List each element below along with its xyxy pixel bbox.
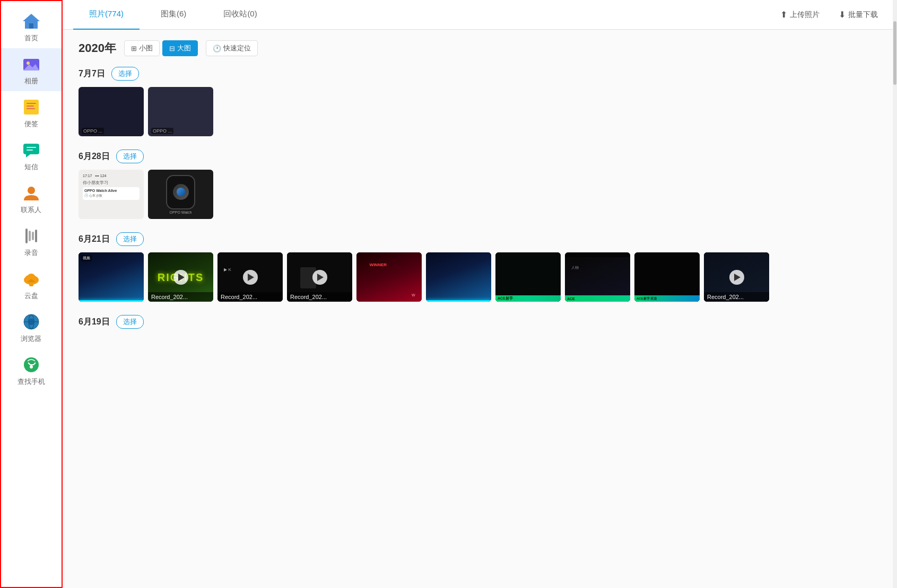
video-item[interactable]: RIGHTS Record_202...: [148, 252, 213, 302]
sidebar-item-browser[interactable]: 浏览器: [0, 306, 62, 349]
upload-icon: ⬆: [780, 10, 787, 20]
select-button-june28[interactable]: 选择: [116, 150, 144, 163]
video-item[interactable]: ACE射手: [495, 252, 561, 302]
photo-grid-june21: 视频 RIGHTS Record_202... ▶ K Record_202..…: [79, 252, 877, 302]
date-title-june19: 6月19日: [79, 317, 110, 328]
sidebar-item-contacts[interactable]: 联系人: [0, 177, 62, 220]
sidebar-item-cloud[interactable]: 云盘: [0, 263, 62, 306]
sidebar-item-sms[interactable]: 短信: [0, 134, 62, 177]
svg-rect-8: [27, 108, 35, 109]
svg-rect-7: [27, 106, 34, 107]
photo-item[interactable]: OPPO Watch: [148, 170, 213, 219]
svg-rect-9: [23, 144, 39, 154]
svg-point-31: [30, 365, 33, 368]
date-header-july7: 7月7日 选择: [79, 67, 877, 81]
select-button-june19[interactable]: 选择: [116, 315, 144, 329]
view-toggle: ⊞ 小图 ⊟ 大图: [124, 40, 198, 56]
recorder-icon: [22, 226, 41, 245]
video-item[interactable]: Record_202...: [287, 252, 352, 302]
sidebar-item-album[interactable]: 相册: [0, 48, 62, 91]
upload-button[interactable]: ⬆ 上传照片: [776, 7, 824, 22]
svg-rect-6: [27, 103, 36, 104]
video-item[interactable]: 人物 ACE: [565, 252, 630, 302]
svg-rect-5: [24, 100, 39, 115]
photo-item[interactable]: OPPO ...: [79, 87, 144, 136]
tab-photos[interactable]: 照片(774): [73, 0, 140, 30]
content-area: 2020年 ⊞ 小图 ⊟ 大图 🕐 快速定位 7月7日 选择: [63, 30, 893, 588]
sidebar-item-contacts-label: 联系人: [21, 205, 41, 215]
scrollbar[interactable]: [893, 0, 897, 588]
video-item[interactable]: [426, 252, 491, 302]
main-panel: 照片(774) 图集(6) 回收站(0) ⬆ 上传照片 ⬇ 批量下载 2020年: [63, 0, 893, 588]
photo-item[interactable]: OPPO ...: [148, 87, 213, 136]
svg-rect-17: [35, 230, 37, 242]
sidebar-item-browser-label: 浏览器: [21, 334, 41, 344]
svg-rect-16: [32, 232, 34, 240]
tab-actions: ⬆ 上传照片 ⬇ 批量下载: [776, 7, 882, 22]
batch-download-button[interactable]: ⬇ 批量下载: [834, 7, 882, 22]
contacts-icon: [22, 183, 41, 203]
svg-rect-12: [27, 150, 33, 151]
tab-trash[interactable]: 回收站(0): [207, 0, 273, 30]
svg-rect-15: [29, 231, 31, 241]
photo-grid-july7: OPPO ... OPPO ...: [79, 87, 877, 136]
clock-icon: 🕐: [213, 45, 221, 52]
sidebar-item-home[interactable]: 首页: [0, 5, 62, 48]
year-title: 2020年: [79, 40, 116, 56]
section-july7: 7月7日 选择 OPPO ... OPPO ...: [79, 67, 877, 136]
video-item[interactable]: WINNER W: [356, 252, 422, 302]
date-header-june21: 6月21日 选择: [79, 232, 877, 246]
sidebar-item-home-label: 首页: [24, 33, 38, 43]
svg-rect-11: [27, 147, 36, 148]
video-item[interactable]: Record_202...: [704, 252, 769, 302]
date-header-june19: 6月19日 选择: [79, 315, 877, 329]
large-view-icon: ⊟: [169, 45, 175, 52]
svg-marker-10: [26, 154, 30, 157]
svg-rect-14: [25, 229, 28, 243]
large-view-button[interactable]: ⊟ 大图: [162, 40, 198, 56]
findphone-icon: [22, 355, 41, 374]
sidebar-item-recorder-label: 录音: [24, 248, 38, 258]
photo-grid-june28: 17:17 ▪▪▪ 124 你小朋友学习 OPPO Watch Alive 🕒 …: [79, 170, 877, 219]
sidebar-item-cloud-label: 云盘: [24, 291, 38, 301]
scrollbar-thumb[interactable]: [893, 21, 896, 85]
date-title-june21: 6月21日: [79, 234, 110, 245]
svg-rect-22: [29, 282, 33, 286]
notes-icon: [22, 98, 41, 117]
video-item[interactable]: ▶ K Record_202...: [217, 252, 283, 302]
date-title-july7: 7月7日: [79, 68, 105, 80]
sidebar-item-notes-label: 便签: [24, 119, 38, 129]
tab-bar: 照片(774) 图集(6) 回收站(0) ⬆ 上传照片 ⬇ 批量下载: [63, 0, 893, 30]
sidebar: 首页 相册 便签: [0, 0, 63, 588]
cloud-icon: [22, 269, 41, 288]
svg-point-13: [28, 187, 35, 194]
video-item[interactable]: ACE射手 至顶: [634, 252, 700, 302]
download-icon: ⬇: [839, 10, 846, 20]
small-view-button[interactable]: ⊞ 小图: [124, 40, 160, 56]
browser-icon: [22, 312, 41, 331]
quick-locate-button[interactable]: 🕐 快速定位: [206, 40, 258, 56]
sidebar-item-notes[interactable]: 便签: [0, 91, 62, 134]
tab-collections[interactable]: 图集(6): [145, 0, 202, 30]
section-june28: 6月28日 选择 17:17 ▪▪▪ 124 你小朋友学习 OPPO Watch…: [79, 150, 877, 219]
date-header-june28: 6月28日 选择: [79, 150, 877, 163]
sidebar-item-findphone-label: 查找手机: [18, 377, 45, 387]
section-june21: 6月21日 选择 视频 RIGHTS Record_202...: [79, 232, 877, 302]
sidebar-item-sms-label: 短信: [24, 162, 38, 172]
svg-rect-1: [29, 23, 33, 29]
select-button-june21[interactable]: 选择: [116, 232, 144, 246]
year-header: 2020年 ⊞ 小图 ⊟ 大图 🕐 快速定位: [79, 40, 877, 56]
date-title-june28: 6月28日: [79, 151, 110, 162]
sidebar-item-recorder[interactable]: 录音: [0, 220, 62, 263]
album-icon: [22, 55, 41, 74]
sidebar-item-findphone[interactable]: 查找手机: [0, 349, 62, 392]
sidebar-item-album-label: 相册: [24, 76, 38, 86]
video-item[interactable]: 视频: [79, 252, 144, 302]
small-view-icon: ⊞: [131, 45, 137, 52]
home-icon: [22, 12, 41, 31]
section-june19: 6月19日 选择: [79, 315, 877, 329]
select-button-july7[interactable]: 选择: [111, 67, 139, 81]
sms-icon: [22, 141, 41, 160]
photo-item[interactable]: 17:17 ▪▪▪ 124 你小朋友学习 OPPO Watch Alive 🕒 …: [79, 170, 144, 219]
